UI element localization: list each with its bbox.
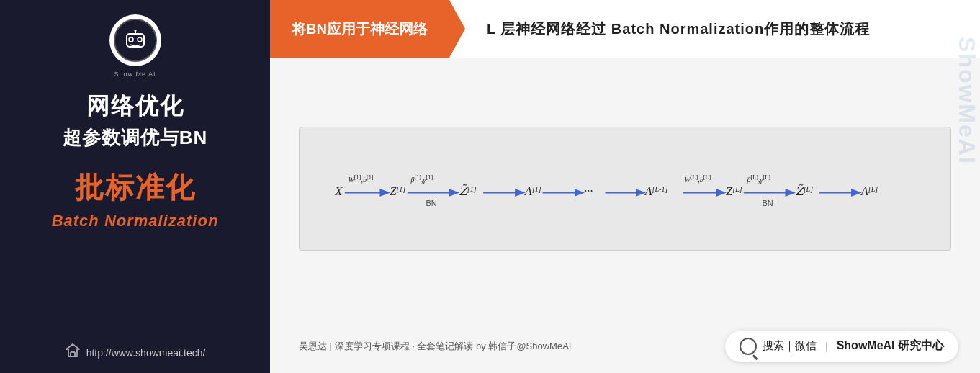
logo-circle xyxy=(109,14,161,66)
svg-text:β[L],γ[L]: β[L],γ[L] xyxy=(746,174,770,184)
svg-text:X: X xyxy=(334,184,343,198)
svg-text:Z̃[L]: Z̃[L] xyxy=(795,184,813,198)
svg-text:BN: BN xyxy=(426,198,437,207)
diagram-box: X W[1],b[1] Z[1] β[1],γ[1] BN Z̃[1] A[ xyxy=(299,127,951,251)
svg-text:···: ··· xyxy=(584,184,593,198)
sidebar-highlight: 批标准化 xyxy=(75,168,196,207)
main-content: ShowMeAI 将BN应用于神经网络 L 层神经网络经过 Batch Norm… xyxy=(270,0,980,373)
diagram-area: X W[1],b[1] Z[1] β[1],γ[1] BN Z̃[1] A[ xyxy=(270,58,980,319)
link-icon xyxy=(65,343,81,362)
svg-text:β[1],γ[1]: β[1],γ[1] xyxy=(410,174,433,184)
svg-text:A[1]: A[1] xyxy=(524,184,541,198)
svg-text:W[L],b[L]: W[L],b[L] xyxy=(684,174,711,184)
svg-text:A[L]: A[L] xyxy=(860,184,878,198)
sidebar-link-area: http://www.showmeai.tech/ xyxy=(65,343,206,362)
sidebar-title1: 网络优化 xyxy=(86,91,184,122)
search-label: 搜索｜微信 xyxy=(763,339,817,353)
svg-text:A[L-1]: A[L-1] xyxy=(644,184,667,198)
search-icon xyxy=(740,338,757,355)
website-icon xyxy=(65,343,81,359)
header-tabs: 将BN应用于神经网络 L 层神经网络经过 Batch Normalization… xyxy=(270,0,980,58)
bottom-area: 吴恩达 | 深度学习专项课程 · 全套笔记解读 by 韩信子@ShowMeAI … xyxy=(270,319,980,373)
flow-diagram: X W[1],b[1] Z[1] β[1],γ[1] BN Z̃[1] A[ xyxy=(328,149,922,228)
search-badge[interactable]: 搜索｜微信 | ShowMeAI 研究中心 xyxy=(725,331,958,362)
credit-text: 吴恩达 | 深度学习专项课程 · 全套笔记解读 by 韩信子@ShowMeAI xyxy=(299,340,571,353)
sidebar: Show Me AI 网络优化 超参数调优与BN 批标准化 Batch Norm… xyxy=(0,0,270,373)
sidebar-title2: 超参数调优与BN xyxy=(63,125,208,150)
tab-divider xyxy=(449,0,465,58)
svg-text:Z̃[1]: Z̃[1] xyxy=(459,184,476,198)
svg-marker-5 xyxy=(66,344,79,356)
tab-bn-apply[interactable]: 将BN应用于神经网络 xyxy=(270,0,449,58)
logo-inner xyxy=(114,19,157,62)
svg-point-1 xyxy=(129,37,133,42)
tab-main-title: L 层神经网络经过 Batch Normalization作用的整体流程 xyxy=(465,0,980,58)
brand-label: Show Me AI xyxy=(114,71,156,78)
logo-svg xyxy=(121,30,150,51)
svg-text:W[1],b[1]: W[1],b[1] xyxy=(348,174,373,184)
website-url: http://www.showmeai.tech/ xyxy=(86,347,206,359)
sidebar-subtitle: Batch Normalization xyxy=(52,212,219,230)
svg-text:Z[L]: Z[L] xyxy=(726,184,742,198)
search-brand: ShowMeAI 研究中心 xyxy=(837,338,944,354)
svg-text:BN: BN xyxy=(762,198,773,207)
svg-text:Z[1]: Z[1] xyxy=(390,184,405,198)
svg-point-2 xyxy=(138,37,142,42)
logo-area: Show Me AI xyxy=(109,14,161,78)
svg-point-4 xyxy=(134,30,136,32)
search-divider: | xyxy=(825,340,828,352)
